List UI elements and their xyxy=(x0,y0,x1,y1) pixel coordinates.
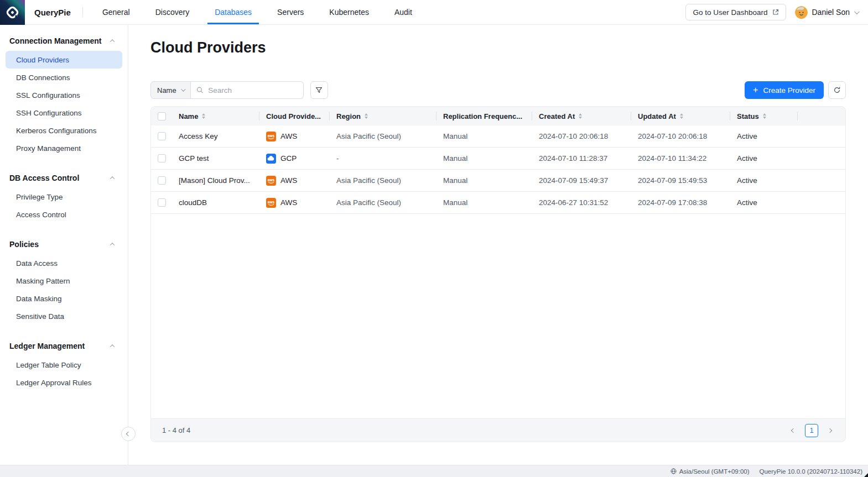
sidebar-section-header-policies[interactable]: Policies xyxy=(0,238,128,250)
column-header-checkbox[interactable] xyxy=(151,107,172,125)
cell-updated-at: 2024-07-09 15:49:53 xyxy=(631,176,730,185)
column-header-created-at[interactable]: Created At xyxy=(532,107,631,125)
user-menu[interactable]: Daniel Son xyxy=(795,6,859,19)
create-provider-button[interactable]: + Create Provider xyxy=(745,81,824,99)
sidebar-section-title: Connection Management xyxy=(9,36,101,45)
cell-replication-frequency: Manual xyxy=(436,198,532,207)
cell-region: Asia Pacific (Seoul) xyxy=(330,176,436,185)
previous-page-button[interactable] xyxy=(789,426,798,435)
sidebar-item-access-control[interactable]: Access Control xyxy=(6,206,122,223)
sidebar-section-header-ledger-management[interactable]: Ledger Management xyxy=(0,340,128,352)
next-page-button[interactable] xyxy=(825,426,834,435)
sidebar-section-header-db-access-control[interactable]: DB Access Control xyxy=(0,172,128,184)
table-footer: 1 - 4 of 4 1 xyxy=(151,418,845,442)
table-empty-space xyxy=(151,214,845,418)
sidebar-item-ssh-configurations[interactable]: SSH Configurations xyxy=(6,104,122,122)
brand-name[interactable]: QueryPie xyxy=(25,0,82,24)
sort-down-icon xyxy=(680,117,683,119)
search-icon xyxy=(196,86,203,94)
sidebar-collapse-button[interactable] xyxy=(121,427,136,441)
cell-checkbox xyxy=(151,132,172,140)
tab-kubernetes[interactable]: Kubernetes xyxy=(322,0,376,24)
sidebar-section-connection-management: Connection ManagementCloud ProvidersDB C… xyxy=(0,35,128,157)
sidebar-item-data-access[interactable]: Data Access xyxy=(6,254,122,272)
select-all-checkbox[interactable] xyxy=(158,112,166,120)
tab-audit[interactable]: Audit xyxy=(387,0,419,24)
tab-general[interactable]: General xyxy=(95,0,137,24)
table-row[interactable]: cloudDBawsAWSAsia Pacific (Seoul)Manual2… xyxy=(151,192,845,214)
sidebar-item-kerberos-configurations[interactable]: Kerberos Configurations xyxy=(6,122,122,139)
pagination-range: 1 - 4 of 4 xyxy=(162,426,190,434)
chevron-up-icon xyxy=(110,176,115,181)
content-area: Connection ManagementCloud ProvidersDB C… xyxy=(0,25,868,465)
sidebar-nav: Connection ManagementCloud ProvidersDB C… xyxy=(0,25,128,465)
go-to-user-dashboard-button[interactable]: Go to User Dashboard xyxy=(685,4,786,20)
column-label: Name xyxy=(179,112,198,120)
sidebar-item-privilege-type[interactable]: Privilege Type xyxy=(6,188,122,206)
tab-servers[interactable]: Servers xyxy=(270,0,311,24)
sidebar-item-cloud-providers[interactable]: Cloud Providers xyxy=(6,51,122,69)
row-checkbox[interactable] xyxy=(158,198,166,207)
resize-corner xyxy=(864,473,868,477)
tab-databases[interactable]: Databases xyxy=(207,0,259,24)
pagination: 1 xyxy=(789,424,834,437)
sidebar-item-proxy-management[interactable]: Proxy Management xyxy=(6,139,122,157)
filter-button[interactable] xyxy=(310,81,328,99)
column-header-region[interactable]: Region xyxy=(330,107,436,125)
sort-up-icon xyxy=(680,113,683,116)
sidebar-item-db-connections[interactable]: DB Connections xyxy=(6,69,122,86)
row-checkbox[interactable] xyxy=(158,176,166,185)
toolbar: Name + Create Provider xyxy=(150,81,846,99)
refresh-icon xyxy=(833,86,841,94)
cell-checkbox xyxy=(151,154,172,163)
column-header-name[interactable]: Name xyxy=(172,107,259,125)
refresh-button[interactable] xyxy=(828,81,846,99)
column-header-updated-at[interactable]: Updated At xyxy=(631,107,730,125)
chevron-up-icon xyxy=(110,243,115,247)
tab-discovery[interactable]: Discovery xyxy=(148,0,196,24)
cell-updated-at: 2024-07-10 11:34:22 xyxy=(631,154,730,163)
table-row[interactable]: [Mason] Cloud Prov...awsAWSAsia Pacific … xyxy=(151,170,845,192)
sidebar-item-data-masking[interactable]: Data Masking xyxy=(6,290,122,307)
column-header-spacer xyxy=(798,107,845,125)
cell-updated-at: 2024-07-10 20:06:18 xyxy=(631,132,730,140)
row-checkbox[interactable] xyxy=(158,132,166,140)
sidebar-item-ledger-table-policy[interactable]: Ledger Table Policy xyxy=(6,356,122,374)
sidebar-section-header-connection-management[interactable]: Connection Management xyxy=(0,35,128,47)
sidebar-item-ssl-configurations[interactable]: SSL Configurations xyxy=(6,86,122,104)
cell-region: - xyxy=(330,154,436,163)
cell-created-at: 2024-06-27 10:31:52 xyxy=(532,198,631,207)
column-label: Cloud Provide... xyxy=(266,112,321,120)
sort-down-icon xyxy=(202,117,205,119)
cell-region: Asia Pacific (Seoul) xyxy=(330,132,436,140)
search-input[interactable] xyxy=(207,86,298,95)
cell-cloud-provider: awsAWS xyxy=(259,198,330,208)
cell-status: Active xyxy=(730,198,798,207)
sort-down-icon xyxy=(579,117,582,119)
chevron-left-icon xyxy=(126,432,131,436)
chevron-down-icon xyxy=(181,87,185,91)
page-number-button[interactable]: 1 xyxy=(805,424,818,437)
sidebar-item-masking-pattern[interactable]: Masking Pattern xyxy=(6,272,122,290)
querypie-logo-icon[interactable] xyxy=(0,0,25,25)
page-title: Cloud Providers xyxy=(150,38,846,57)
status-bar: Asia/Seoul (GMT+09:00) QueryPie 10.0.0 (… xyxy=(0,465,868,477)
cell-name: [Mason] Cloud Prov... xyxy=(172,176,259,185)
plus-icon: + xyxy=(753,86,758,95)
row-checkbox[interactable] xyxy=(158,154,166,163)
chevron-up-icon xyxy=(110,344,115,349)
table-row[interactable]: GCP testGCP-Manual2024-07-10 11:28:37202… xyxy=(151,148,845,170)
sort-down-icon xyxy=(365,117,368,119)
cell-cloud-provider: GCP xyxy=(259,154,330,164)
column-header-status[interactable]: Status xyxy=(730,107,798,125)
table-row[interactable]: Access KeyawsAWSAsia Pacific (Seoul)Manu… xyxy=(151,125,845,148)
column-label: Region xyxy=(336,112,361,120)
column-label: Replication Frequenc... xyxy=(443,112,522,120)
funnel-icon xyxy=(315,86,323,95)
cell-status: Active xyxy=(730,132,798,140)
sidebar-item-sensitive-data[interactable]: Sensitive Data xyxy=(6,307,122,325)
sidebar-item-ledger-approval-rules[interactable]: Ledger Approval Rules xyxy=(6,374,122,391)
search-field-selector[interactable]: Name xyxy=(150,81,191,99)
nav-tabs: GeneralDiscoveryDatabasesServersKubernet… xyxy=(90,0,425,24)
cell-created-at: 2024-07-09 15:49:37 xyxy=(532,176,631,185)
